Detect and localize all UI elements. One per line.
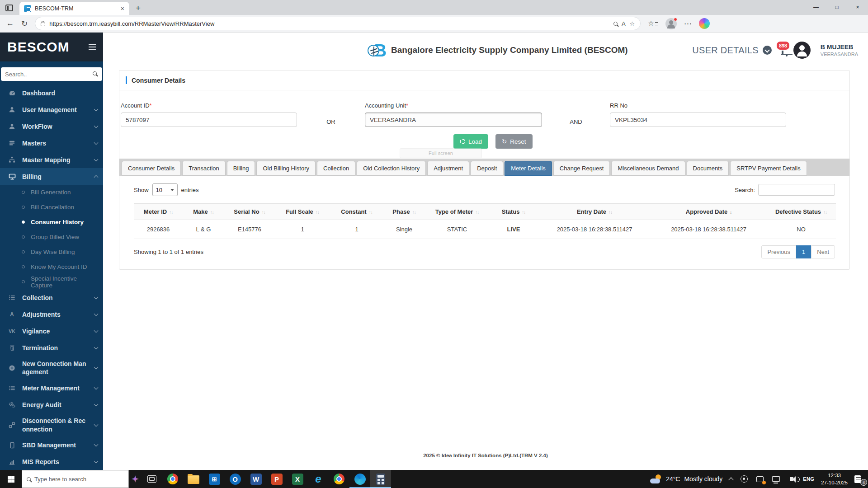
sidebar-item-energy-audit[interactable]: Energy Audit xyxy=(0,396,103,413)
sidebar-item-vigilance[interactable]: VK Vigilance xyxy=(0,323,103,339)
col-entry-date[interactable]: Entry Date↑↓ xyxy=(538,204,651,220)
maximize-button[interactable]: □ xyxy=(826,0,847,14)
col-phase[interactable]: Phase↑↓ xyxy=(383,204,425,220)
language-indicator[interactable]: ENG xyxy=(803,476,814,482)
sort-icon[interactable]: ↑↓ xyxy=(609,210,612,215)
start-button[interactable] xyxy=(0,470,22,488)
sidebar-subitem-special-incentive-capture[interactable]: Special Incentive Capture xyxy=(0,274,103,289)
reset-button[interactable]: ↻Reset xyxy=(495,134,533,149)
sort-icon[interactable]: ↑↓ xyxy=(369,210,373,215)
col-defective-status[interactable]: Defective Status↑↓ xyxy=(766,204,836,220)
account-id-field[interactable] xyxy=(121,113,297,127)
notification-center-button[interactable]: 4 xyxy=(854,474,863,483)
col-constant[interactable]: Constant↑↓ xyxy=(330,204,383,220)
zoom-icon[interactable] xyxy=(613,22,618,26)
sidebar-item-collection[interactable]: Collection xyxy=(0,289,103,306)
table-search-input[interactable] xyxy=(758,184,835,196)
edge-taskbar-button[interactable] xyxy=(349,470,370,488)
calculator-taskbar-button[interactable] xyxy=(370,470,391,488)
sidebar-item-dashboard[interactable]: Dashboard xyxy=(0,84,103,101)
sidebar-subitem-know-my-account-id[interactable]: Know My Account ID xyxy=(0,259,103,274)
taskbar-search[interactable]: Type here to search xyxy=(22,470,129,488)
read-aloud-icon[interactable]: A xyxy=(622,20,626,27)
address-bar[interactable]: https://bescom.trm.ieasybill.com/RRMaste… xyxy=(35,17,641,30)
cell-status-live-link[interactable]: LIVE xyxy=(489,220,538,239)
sidebar-item-disconnection-reconnection[interactable]: Disconnection & Reconnection xyxy=(0,413,103,436)
chrome-2-button[interactable] xyxy=(329,470,349,488)
sort-icon[interactable]: ↑↓ xyxy=(210,210,214,215)
tab-transaction[interactable]: Transaction xyxy=(182,161,225,176)
microsoft-store-button[interactable]: ⊞ xyxy=(204,470,225,488)
sort-icon[interactable]: ↑↓ xyxy=(316,210,319,215)
accounting-unit-field[interactable] xyxy=(365,113,542,127)
sidebar-item-billing[interactable]: Billing xyxy=(0,168,103,185)
back-button[interactable]: ← xyxy=(6,19,14,28)
ellipsis-menu-icon[interactable]: ⋯ xyxy=(684,19,692,28)
browser-tab[interactable]: BESCOM-TRM × xyxy=(19,2,129,15)
meet-now-button[interactable] xyxy=(740,474,749,483)
col-type-of-meter[interactable]: Type of Meter↑↓ xyxy=(425,204,489,220)
search-icon[interactable] xyxy=(93,71,97,75)
tab-adjustment[interactable]: Adjustment xyxy=(427,161,469,176)
notifications-button[interactable]: 898 xyxy=(782,46,783,54)
sidebar-search-input[interactable] xyxy=(1,67,102,81)
close-button[interactable]: × xyxy=(847,0,868,14)
tab-deposit[interactable]: Deposit xyxy=(471,161,503,176)
weather-widget[interactable]: 24°C Mostly cloudy xyxy=(650,474,722,483)
col-full-scale[interactable]: Full Scale↑↓ xyxy=(275,204,330,220)
sidebar-item-master-mapping[interactable]: Master Mapping xyxy=(0,151,103,168)
rr-no-field[interactable] xyxy=(610,113,786,127)
tab-old-collection-history[interactable]: Old Collection History xyxy=(357,161,426,176)
excel-button[interactable]: X xyxy=(287,470,308,488)
sort-icon[interactable]: ↑↓ xyxy=(522,210,525,215)
sidebar-subitem-bill-generation[interactable]: Bill Generation xyxy=(0,185,103,200)
tab-change-request[interactable]: Change Request xyxy=(553,161,610,176)
task-view-button[interactable] xyxy=(142,470,162,488)
tab-actions-icon[interactable] xyxy=(5,5,13,11)
sort-desc-icon[interactable]: ↓ xyxy=(730,210,731,215)
sidebar-subitem-consumer-history[interactable]: Consumer History xyxy=(0,215,103,230)
refresh-button[interactable]: ↻ xyxy=(21,19,28,28)
page-1-button[interactable]: 1 xyxy=(796,245,811,258)
sort-icon[interactable]: ↑↓ xyxy=(262,210,265,215)
powerpoint-button[interactable]: P xyxy=(266,470,287,488)
sidebar-item-mis-reports[interactable]: MIS Reports xyxy=(0,454,103,470)
sync-tray-button[interactable] xyxy=(755,474,764,483)
tab-consumer-details[interactable]: Consumer Details xyxy=(122,161,181,176)
sidebar-subitem-group-billed-view[interactable]: Group Billed View xyxy=(0,230,103,244)
tab-meter-details[interactable]: Meter Details xyxy=(505,161,552,176)
sidebar-item-meter-management[interactable]: Meter Management xyxy=(0,380,103,396)
next-page-button[interactable]: Next xyxy=(811,245,835,258)
sidebar-item-new-connection-management[interactable]: New Connection Management xyxy=(0,356,103,380)
col-status[interactable]: Status↑↓ xyxy=(489,204,538,220)
favorites-bar-icon[interactable]: ☆ xyxy=(648,19,658,28)
col-meter-id[interactable]: Meter ID↑↓ xyxy=(134,204,183,220)
internet-explorer-button[interactable]: e xyxy=(308,470,329,488)
sidebar-subitem-day-wise-billing[interactable]: Day Wise Billing xyxy=(0,244,103,259)
tab-srtpv-payment-details[interactable]: SRTPV Payment Details xyxy=(730,161,807,176)
sort-icon[interactable]: ↑↓ xyxy=(169,210,173,215)
tab-documents[interactable]: Documents xyxy=(687,161,729,176)
outlook-button[interactable]: O xyxy=(225,470,245,488)
sort-icon[interactable]: ↑↓ xyxy=(475,210,479,215)
avatar[interactable] xyxy=(793,42,811,59)
load-button[interactable]: Load xyxy=(453,134,488,149)
volume-button[interactable] xyxy=(787,474,796,483)
sidebar-item-user-management[interactable]: User Management xyxy=(0,101,103,118)
sort-icon[interactable]: ↑↓ xyxy=(823,210,827,215)
col-approved-date[interactable]: Approved Date↓ xyxy=(651,204,766,220)
sidebar-item-termination[interactable]: Termination xyxy=(0,339,103,356)
browser-profile-icon[interactable] xyxy=(665,18,677,29)
word-button[interactable]: W xyxy=(245,470,266,488)
tab-billing[interactable]: Billing xyxy=(227,161,255,176)
tab-old-billing-history[interactable]: Old Billing History xyxy=(256,161,316,176)
sidebar-item-masters[interactable]: Masters xyxy=(0,135,103,151)
tab-miscellaneous-demand[interactable]: Miscellaneous Demand xyxy=(611,161,685,176)
previous-page-button[interactable]: Previous xyxy=(761,245,796,258)
sort-icon[interactable]: ↑↓ xyxy=(412,210,416,215)
hidden-icons-chevron[interactable] xyxy=(729,477,734,482)
lock-icon[interactable] xyxy=(41,23,45,26)
hamburger-icon[interactable] xyxy=(89,47,96,47)
clock[interactable]: 12:33 27-10-2025 xyxy=(821,472,848,486)
col-make[interactable]: Make↑↓ xyxy=(183,204,224,220)
